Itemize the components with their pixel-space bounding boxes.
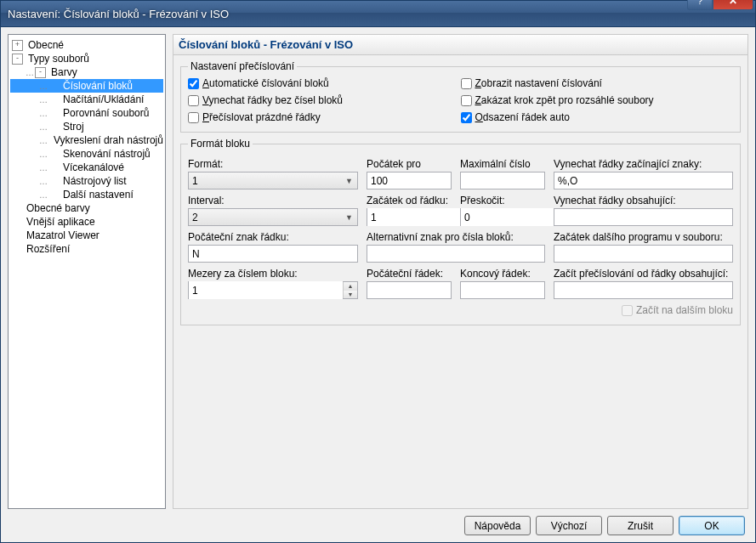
help-icon[interactable]: ? xyxy=(687,0,713,10)
interval-combo[interactable]: 2▼ xyxy=(188,208,358,226)
client-area: +Obecné-Typy souborů…-Barvy…Číslování bl… xyxy=(1,27,755,542)
skip-start-chars-input[interactable] xyxy=(554,172,733,189)
tree-item[interactable]: Vnější aplikace xyxy=(10,215,163,229)
tree-leaf-icon xyxy=(48,190,58,200)
tree-item-label: Typy souborů xyxy=(26,53,91,65)
chevron-down-icon: ▼ xyxy=(343,213,355,222)
nav-tree[interactable]: +Obecné-Typy souborů…-Barvy…Číslování bl… xyxy=(8,34,166,509)
lbl-skip: Přeskočit: xyxy=(460,195,545,206)
chk-renumber-empty[interactable]: Přečíslovat prázdné řádky xyxy=(188,111,461,123)
tree-item[interactable]: …Vykreslení drah nástrojů xyxy=(10,133,163,147)
page-title: Číslování bloků - Frézování v ISO xyxy=(173,34,748,55)
lbl-max-number: Maximální číslo xyxy=(460,158,545,170)
tree-dots-icon: … xyxy=(39,163,47,173)
tree-item[interactable]: …Skenování nástrojů xyxy=(10,147,163,161)
tree-dots-icon: … xyxy=(39,109,47,118)
first-line-input[interactable] xyxy=(367,281,452,299)
lbl-format: Formát: xyxy=(188,158,358,170)
tree-leaf-icon xyxy=(48,109,58,118)
ok-button[interactable]: OK xyxy=(679,516,745,535)
tree-dots-icon: … xyxy=(39,122,47,132)
tree-dots-icon: … xyxy=(39,95,47,105)
collapse-icon[interactable]: - xyxy=(35,67,46,78)
close-icon[interactable]: ✕ xyxy=(713,0,753,10)
next-prog-input[interactable] xyxy=(554,245,733,263)
tree-item[interactable]: …Číslování bloků xyxy=(10,79,163,93)
tree-item-label: Porovnání souborů xyxy=(61,107,151,119)
tree-item-label: Další nastavení xyxy=(61,189,135,201)
tree-leaf-icon xyxy=(12,245,21,254)
window-title: Nastavení: Číslování bloků - Frézování v… xyxy=(8,8,687,20)
spaces-after-spin[interactable]: ▲▼ xyxy=(188,281,358,299)
skip-containing-input[interactable] xyxy=(554,208,733,226)
chk-auto-indent[interactable]: Odsazení řádek auto xyxy=(461,111,734,123)
tree-item[interactable]: …Vícekanálové xyxy=(10,161,163,174)
tree-item[interactable]: Rozšíření xyxy=(10,242,163,256)
cancel-button[interactable]: Zrušit xyxy=(607,516,674,535)
chk-auto-numbering[interactable]: Automatické číslování bloků xyxy=(188,77,461,89)
line-start-char-input[interactable] xyxy=(188,245,358,263)
alt-char-input[interactable] xyxy=(367,245,545,263)
skip-spin[interactable]: ▲▼ xyxy=(460,208,545,226)
tree-item-label: Číslování bloků xyxy=(61,80,134,92)
start-line-spin[interactable]: ▲▼ xyxy=(367,208,452,226)
default-button[interactable]: Výchozí xyxy=(536,516,602,535)
tree-dots-icon: … xyxy=(39,190,47,200)
tree-item[interactable]: …Porovnání souborů xyxy=(10,106,163,120)
tree-dots-icon: … xyxy=(39,136,47,145)
lbl-line-start-char: Počáteční znak řádku: xyxy=(188,231,358,243)
chk-skip-no-number[interactable]: Vynechat řádky bez čísel bloků xyxy=(188,94,461,106)
tree-item-label: Vícekanálové xyxy=(61,161,126,173)
settings-dialog: Nastavení: Číslování bloků - Frézování v… xyxy=(0,0,756,543)
start-from-input[interactable] xyxy=(367,172,452,189)
tree-item[interactable]: …-Barvy xyxy=(10,65,163,79)
tree-item-label: Stroj xyxy=(61,121,86,133)
tree-item-label: Načítání/Ukládání xyxy=(61,93,145,105)
last-line-input[interactable] xyxy=(460,281,545,299)
lbl-start-from: Počátek pro xyxy=(367,158,452,170)
tree-item[interactable]: …Další nastavení xyxy=(10,188,163,201)
tree-item-label: Mazatrol Viewer xyxy=(25,229,101,241)
group-legend: Nastavení přečíslování xyxy=(188,60,297,72)
expand-icon[interactable]: + xyxy=(12,40,23,51)
max-number-input[interactable] xyxy=(460,172,545,189)
spin-down-icon[interactable]: ▼ xyxy=(344,291,357,299)
tree-item[interactable]: Mazatrol Viewer xyxy=(10,229,163,242)
spin-up-icon[interactable]: ▲ xyxy=(344,282,357,291)
tree-item[interactable]: -Typy souborů xyxy=(10,52,163,65)
tree-leaf-icon xyxy=(48,163,58,173)
titlebar[interactable]: Nastavení: Číslování bloků - Frézování v… xyxy=(1,1,755,27)
tree-dots-icon: … xyxy=(39,150,47,159)
chevron-down-icon: ▼ xyxy=(343,177,355,185)
lbl-last-line: Koncový řádek: xyxy=(460,268,545,280)
lbl-alt-char: Alternativní znak pro čísla bloků: xyxy=(367,231,545,243)
tree-leaf-icon xyxy=(48,82,58,91)
chk-disable-undo[interactable]: Zakázat krok zpět pro rozsáhlé soubory xyxy=(461,94,734,106)
tree-leaf-icon xyxy=(12,204,21,213)
tree-leaf-icon xyxy=(48,177,58,186)
lbl-skip-containing: Vynechat řádky obsahující: xyxy=(554,195,733,206)
tree-dots-icon: … xyxy=(39,82,47,91)
block-format-group: Formát bloku Formát: Počátek pro Maximál… xyxy=(180,138,741,325)
tree-item-label: Obecné xyxy=(26,39,65,51)
renumber-settings-group: Nastavení přečíslování Automatické číslo… xyxy=(180,60,741,133)
lbl-start-line: Začátek od řádku: xyxy=(367,195,452,206)
button-bar: Nápověda Výchozí Zrušit OK xyxy=(8,516,748,535)
tree-item[interactable]: …Nástrojový list xyxy=(10,174,163,188)
lbl-first-line: Počáteční řádek: xyxy=(367,268,452,280)
tree-item-label: Rozšíření xyxy=(25,243,71,255)
tree-item[interactable]: Obecné barvy xyxy=(10,201,163,215)
lbl-spaces-after: Mezery za číslem bloku: xyxy=(188,268,358,280)
chk-start-next-block: Začít na dalším bloku xyxy=(622,304,733,316)
tree-item-label: Obecné barvy xyxy=(25,202,92,214)
renumber-from-input[interactable] xyxy=(554,281,733,299)
chk-show-settings[interactable]: Zobrazit nastavení číslování xyxy=(461,77,734,89)
collapse-icon[interactable]: - xyxy=(12,54,23,65)
tree-item[interactable]: +Obecné xyxy=(10,38,163,52)
help-button[interactable]: Nápověda xyxy=(464,516,531,535)
tree-item[interactable]: …Stroj xyxy=(10,120,163,133)
tree-item[interactable]: …Načítání/Ukládání xyxy=(10,93,163,106)
tree-item-label: Skenování nástrojů xyxy=(61,148,152,160)
tree-dots-icon: … xyxy=(39,177,47,186)
format-combo[interactable]: 1▼ xyxy=(188,172,358,189)
